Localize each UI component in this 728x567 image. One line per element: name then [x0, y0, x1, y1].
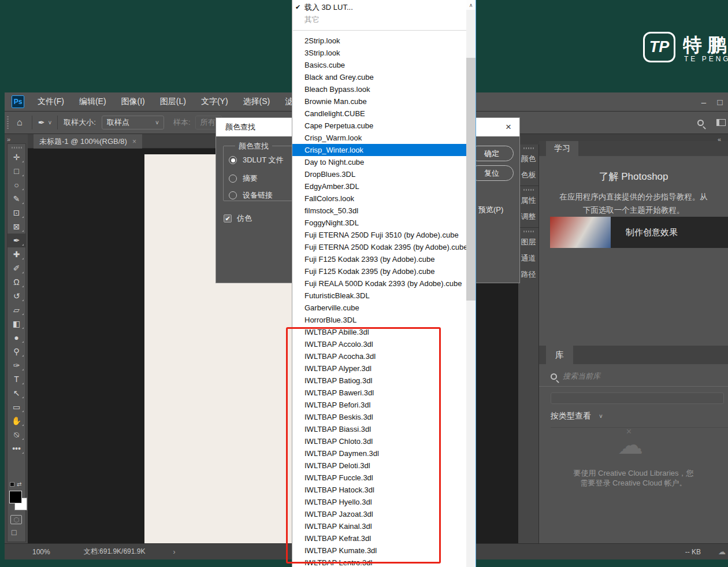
minimize-button[interactable]: – [696, 97, 712, 107]
panel-grip[interactable] [523, 189, 534, 191]
lut-menu-item[interactable]: DropBlues.3DL [292, 168, 466, 180]
close-icon[interactable]: × [506, 121, 511, 133]
reset-button[interactable]: 复位 [470, 165, 514, 181]
crop-tool[interactable]: ⊡ [8, 206, 25, 220]
lut-menu-item[interactable]: Bleach Bypass.look [292, 83, 466, 95]
lut-menu-item[interactable]: Brownie Man.cube [292, 95, 466, 108]
options-grip[interactable] [7, 116, 9, 129]
scroll-up-icon[interactable]: ∧ [466, 0, 476, 10]
frame-tool[interactable]: ⊠ [8, 220, 25, 234]
lut-menu-item[interactable]: FoggyNight.3DL [292, 217, 466, 229]
lut-menu-item[interactable]: Crisp_Winter.look [292, 144, 466, 156]
eyedropper-preset-icon[interactable]: ✒ [38, 118, 45, 127]
preview-checkbox-label[interactable]: 预览(P) [478, 205, 503, 215]
radio-3dlut-file[interactable]: 3DLUT 文件 [229, 155, 284, 165]
panel-grip[interactable] [523, 231, 534, 232]
lut-menu-item[interactable]: FallColors.look [292, 192, 466, 205]
sample-size-select[interactable]: 取样点 ˅ [102, 116, 164, 129]
panel-tab[interactable]: 图层 [518, 234, 538, 250]
panel-tab[interactable]: 色板 [518, 167, 538, 183]
lasso-tool[interactable]: ○ [8, 178, 25, 192]
mini-foreground-swatch[interactable] [10, 482, 14, 487]
edit-toolbar[interactable]: ••• [8, 442, 25, 455]
zoom-tool[interactable]: ⍉ [8, 428, 25, 442]
eyedropper-tool[interactable]: ✒ [8, 234, 25, 247]
menu-item[interactable]: 选择(S) [236, 92, 278, 111]
quick-selection-tool[interactable]: ✎ [8, 192, 25, 206]
status-chevron-icon[interactable]: › [173, 548, 175, 556]
ok-button[interactable]: 确定 [470, 146, 514, 161]
learn-card[interactable]: 制作创意效果 [550, 217, 728, 248]
lut-menu-item[interactable]: EdgyAmber.3DL [292, 180, 466, 192]
lut-menu-item[interactable]: FuturisticBleak.3DL [292, 290, 466, 302]
view-by-type-dropdown[interactable]: 按类型查看 ˅ [551, 411, 728, 428]
path-selection-tool[interactable]: ↖ [8, 386, 25, 400]
move-tool[interactable]: ✛ [8, 150, 25, 164]
lut-menu-item[interactable]: 3Strip.look [292, 47, 466, 59]
search-icon[interactable] [697, 120, 704, 126]
menu-item[interactable]: 编辑(E) [72, 92, 114, 111]
lut-menu-item[interactable]: 2Strip.look [292, 35, 466, 47]
radio-device-link[interactable]: 设备链接 [229, 190, 273, 201]
rectangular-marquee-tool[interactable]: □ [8, 164, 25, 178]
gradient-tool[interactable]: ◧ [8, 317, 25, 331]
panel-tab[interactable]: 调整 [518, 209, 538, 225]
hand-tool[interactable]: ✋ [8, 414, 25, 428]
lut-menu-item[interactable]: Fuji F125 Kodak 2395 (by Adobe).cube [292, 265, 466, 277]
panel-tab[interactable]: 通道 [518, 250, 538, 266]
lut-menu-item[interactable]: Candlelight.CUBE [292, 108, 466, 120]
menu-item[interactable]: 文字(Y) [194, 92, 236, 111]
lut-menu-item[interactable]: Fuji ETERNA 250D Fuji 3510 (by Adobe).cu… [292, 229, 466, 241]
lut-menu-command[interactable]: ✔载入 3D LUT... [292, 1, 466, 13]
chevron-down-icon[interactable]: ˅ [48, 120, 51, 126]
lut-menu-item[interactable]: Garberville.cube [292, 302, 466, 314]
library-search[interactable]: 搜索当前库 [539, 364, 728, 387]
type-tool[interactable]: T [8, 372, 25, 386]
lut-menu-item[interactable]: Fuji REALA 500D Kodak 2393 (by Adobe).cu… [292, 277, 466, 290]
panel-tab[interactable]: 颜色 [518, 151, 538, 167]
menu-item[interactable]: 图层(L) [153, 92, 194, 111]
lut-menu-item[interactable]: HorrorBlue.3DL [292, 314, 466, 326]
close-tab-icon[interactable]: × [132, 138, 136, 146]
screen-mode-icon[interactable]: □ [12, 528, 16, 537]
rectangle-tool[interactable]: ▭ [8, 400, 25, 414]
brush-tool[interactable]: ✐ [8, 261, 25, 275]
home-icon[interactable]: ⌂ [13, 117, 26, 128]
scrollbar[interactable]: ∧ [466, 0, 476, 567]
lut-menu-item[interactable]: Basics.cube [292, 59, 466, 71]
panel-tab[interactable]: 属性 [518, 192, 538, 209]
dither-checkbox[interactable]: ✔ 仿色 [224, 213, 252, 224]
radio-abstract[interactable]: 摘要 [229, 173, 258, 184]
blur-tool[interactable]: ● [8, 331, 25, 344]
eraser-tool[interactable]: ▱ [8, 303, 25, 317]
lut-menu-item[interactable]: Fuji F125 Kodak 2393 (by Adobe).cube [292, 253, 466, 265]
zoom-level[interactable]: 100% [32, 548, 50, 556]
panel-grip[interactable] [523, 147, 534, 149]
maximize-button[interactable]: □ [712, 97, 728, 107]
sync-cloud-icon[interactable]: ☁ [718, 547, 726, 556]
lut-menu-item[interactable]: Fuji ETERNA 250D Kodak 2395 (by Adobe).c… [292, 241, 466, 253]
scrollbar-thumb[interactable] [466, 58, 476, 301]
spot-healing-brush-tool[interactable]: ✚ [8, 247, 25, 261]
swap-colors-icon[interactable]: ⇄ [17, 481, 21, 487]
lut-menu-command[interactable]: 其它 [292, 13, 466, 25]
tab-learn[interactable]: 学习 [546, 141, 578, 156]
lut-menu-item[interactable]: Cape Perpetua.cube [292, 120, 466, 132]
pen-tool[interactable]: ✑ [8, 358, 25, 372]
lut-menu-item[interactable]: Crisp_Warm.look [292, 132, 466, 144]
menu-item[interactable]: 图像(I) [114, 92, 153, 111]
document-tab[interactable]: 未标题-1 @ 100%(RGB/8) × [34, 134, 142, 149]
quick-mask-icon[interactable] [10, 515, 22, 524]
tab-libraries[interactable]: 库 [546, 346, 573, 364]
expand-dock-icon[interactable]: » [5, 134, 28, 143]
lut-menu-item[interactable]: Black and Grey.cube [292, 71, 466, 83]
toolbar-grip[interactable] [12, 147, 22, 149]
panel-tab[interactable]: 路径 [518, 266, 538, 283]
dodge-tool[interactable]: ⚲ [8, 344, 25, 358]
history-brush-tool[interactable]: ↺ [8, 289, 25, 303]
lut-menu-item[interactable]: Day to Night.cube [292, 156, 466, 168]
menu-item[interactable]: 文件(F) [30, 92, 72, 111]
workspace-switcher-icon[interactable] [716, 119, 726, 126]
lut-menu-item[interactable]: filmstock_50.3dl [292, 205, 466, 217]
foreground-color-swatch[interactable] [9, 491, 22, 503]
